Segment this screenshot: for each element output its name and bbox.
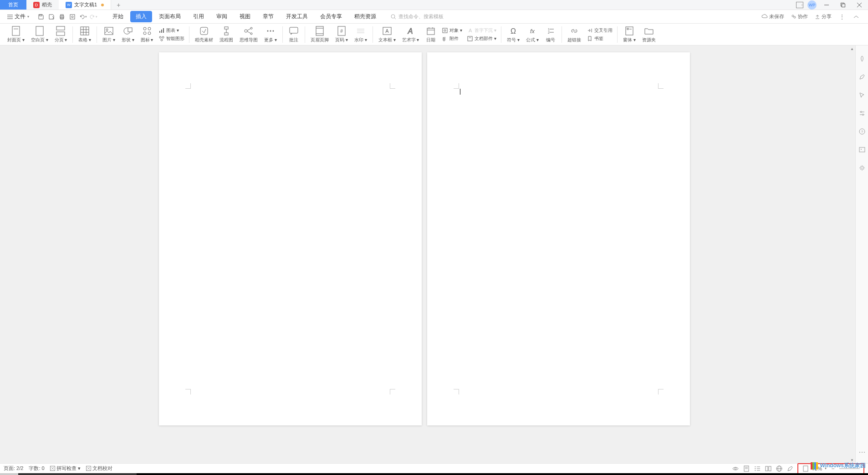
textbox-button[interactable]: A 文本框 ▾ <box>376 25 398 44</box>
icons-button[interactable]: 图标 ▾ <box>138 25 156 44</box>
chart-button[interactable]: 图表 ▾ <box>157 27 186 34</box>
chart-icon <box>158 27 165 34</box>
ribbon-separator <box>305 26 305 43</box>
page-1[interactable] <box>159 52 422 425</box>
user-avatar[interactable]: WP <box>807 0 817 10</box>
daoke-material-button[interactable]: 稻壳素材 <box>192 25 216 44</box>
annotation-icon[interactable] <box>786 465 794 472</box>
proofread-button[interactable]: 文档校对 <box>86 465 112 472</box>
blank-page-button[interactable]: 空白页 ▾ <box>28 25 51 44</box>
menu-tab-insert[interactable]: 插入 <box>130 11 152 22</box>
side-help-icon[interactable]: ? <box>858 127 866 136</box>
share-button[interactable]: 分享 <box>815 13 832 20</box>
numbering-button[interactable]: 12 编号 <box>542 25 559 44</box>
scroll-up-icon[interactable]: ▲ <box>849 45 855 52</box>
file-menu[interactable]: 文件 ▾ <box>4 13 33 20</box>
shapes-button[interactable]: 形状 ▾ <box>119 25 137 44</box>
page-view-icon[interactable] <box>743 465 750 472</box>
svg-line-51 <box>247 29 250 30</box>
menu-tab-start[interactable]: 开始 <box>107 11 129 22</box>
print-button[interactable] <box>57 12 66 21</box>
menu-tab-section[interactable]: 章节 <box>257 11 279 22</box>
comment-button[interactable]: 批注 <box>286 25 302 44</box>
svg-rect-46 <box>225 33 228 35</box>
more-menu-icon[interactable]: ⋮ <box>838 13 846 20</box>
collab-button[interactable]: 协作 <box>791 13 808 20</box>
attachment-button[interactable]: 附件 <box>440 35 464 42</box>
wordart-icon: A <box>405 26 415 36</box>
redo-button[interactable]: ▾ <box>89 12 98 21</box>
collab-icon <box>791 14 797 20</box>
word-count[interactable]: 字数: 0 <box>29 465 44 472</box>
print-preview-button[interactable] <box>68 12 77 21</box>
hyperlink-button[interactable]: 超链接 <box>565 25 584 44</box>
fit-page-icon[interactable] <box>802 465 809 472</box>
page-info[interactable]: 页面: 2/2 <box>4 465 23 472</box>
wordart-button[interactable]: A 艺术字 ▾ <box>399 25 422 44</box>
new-tab-button[interactable]: + <box>111 0 126 10</box>
page-number-button[interactable]: # 页码 ▾ <box>332 25 351 44</box>
smartart-button[interactable]: 智能图形 <box>157 35 186 42</box>
object-button[interactable]: 对象 ▾ <box>440 27 464 34</box>
close-button[interactable] <box>853 0 866 10</box>
mindmap-button[interactable]: 思维导图 <box>237 25 260 44</box>
dropcap-button[interactable]: A 首字下沉 ▾ <box>465 27 498 34</box>
spellcheck-toggle[interactable]: 拼写检查 ▾ <box>50 465 81 472</box>
web-view-icon[interactable] <box>776 465 783 472</box>
side-rocket-icon[interactable] <box>858 55 866 63</box>
collapse-ribbon-icon[interactable] <box>853 13 860 20</box>
minimize-button[interactable] <box>820 0 833 10</box>
side-select-icon[interactable] <box>858 91 866 99</box>
page-break-button[interactable]: 分页 ▾ <box>52 25 70 44</box>
equation-button[interactable]: fx 公式 ▾ <box>523 25 541 44</box>
side-more-icon[interactable] <box>858 448 866 456</box>
outline-view-icon[interactable] <box>754 465 761 472</box>
save-button[interactable] <box>36 12 46 21</box>
tab-home[interactable]: 首页 <box>0 0 26 10</box>
symbol-button[interactable]: Ω 符号 ▾ <box>504 25 522 44</box>
eye-icon[interactable] <box>732 465 739 472</box>
unsaved-indicator[interactable]: 未保存 <box>761 13 784 20</box>
undo-button[interactable]: ▾ <box>78 12 87 21</box>
search-box[interactable]: 查找命令、搜索模板 <box>391 13 444 20</box>
menu-tab-page-layout[interactable]: 页面布局 <box>153 11 186 22</box>
side-pen-icon[interactable] <box>858 73 866 81</box>
bookmark-button[interactable]: 书签 <box>585 35 614 42</box>
maximize-button[interactable] <box>837 0 849 10</box>
flowchart-button[interactable]: 流程图 <box>217 25 236 44</box>
resource-folder-button[interactable]: 资源夹 <box>639 25 659 44</box>
cloud-icon <box>761 14 768 20</box>
tab-document[interactable]: W 文字文稿1 <box>59 0 111 10</box>
crossref-button[interactable]: 交叉引用 <box>585 27 614 34</box>
ribbon-separator <box>562 26 562 43</box>
layout-mode-icon[interactable] <box>796 1 804 9</box>
svg-rect-119 <box>803 466 808 471</box>
more-button[interactable]: 更多 ▾ <box>261 25 280 44</box>
header-footer-button[interactable]: 页眉页脚 <box>308 25 332 44</box>
svg-point-54 <box>270 30 271 31</box>
tab-daoke[interactable]: D 稻壳 <box>26 0 59 10</box>
menu-tab-daoke-resources[interactable]: 稻壳资源 <box>349 11 382 22</box>
picture-button[interactable]: 图片 ▾ <box>100 25 118 44</box>
page-2[interactable] <box>427 52 690 425</box>
cover-page-button[interactable]: 封面页 ▾ <box>5 25 27 44</box>
doc-parts-button[interactable]: 文档部件 ▾ <box>465 35 498 42</box>
form-button[interactable]: 窗体 ▾ <box>620 25 638 44</box>
watermark-button[interactable]: 水印 ▾ <box>352 25 370 44</box>
side-image-icon[interactable] <box>858 146 866 154</box>
date-button[interactable]: 日期 <box>423 25 439 44</box>
svg-text:#: # <box>340 29 343 34</box>
menu-tab-developer[interactable]: 开发工具 <box>281 11 313 22</box>
side-settings-icon[interactable] <box>858 109 866 117</box>
document-canvas[interactable] <box>0 45 849 463</box>
menu-tab-review[interactable]: 审阅 <box>211 11 233 22</box>
reading-view-icon[interactable] <box>765 465 772 472</box>
menu-tab-view[interactable]: 视图 <box>234 11 256 22</box>
side-gear-icon[interactable] <box>858 164 866 172</box>
flowchart-icon <box>221 26 231 36</box>
table-button[interactable]: 表格 ▾ <box>76 25 94 44</box>
menu-tab-references[interactable]: 引用 <box>188 11 209 22</box>
menu-tab-members[interactable]: 会员专享 <box>315 11 347 22</box>
save-as-button[interactable] <box>47 12 56 21</box>
vertical-scrollbar[interactable]: ▲ ▼ <box>849 45 855 463</box>
